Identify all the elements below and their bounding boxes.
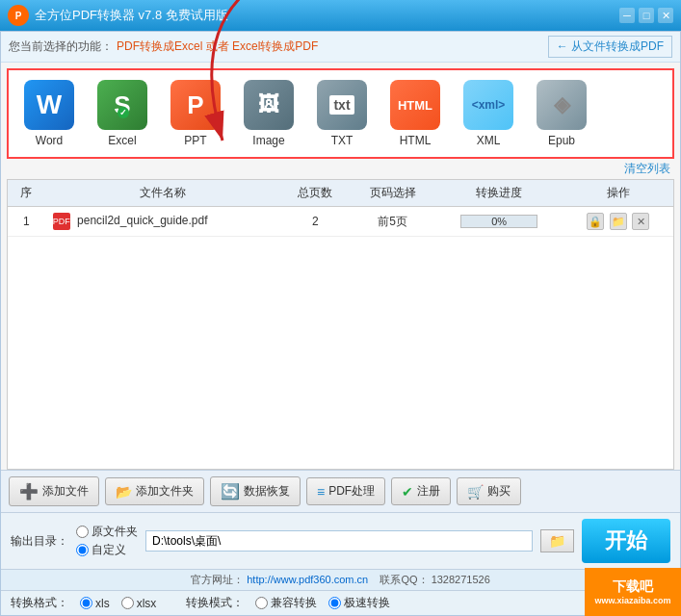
col-progress: 转换进度: [435, 180, 563, 207]
radio-custom-input[interactable]: [76, 544, 89, 556]
mode-compat-option[interactable]: 兼容转换: [255, 595, 317, 611]
col-seq: 序: [8, 180, 45, 207]
col-pagesel: 页码选择: [350, 180, 435, 207]
format-bar: 转换格式： xls xlsx 转换模式： 兼容转换 极速转换: [1, 590, 680, 615]
buy-icon: 🛒: [467, 484, 484, 500]
pdf-process-button[interactable]: ≡ PDF处理: [306, 477, 385, 505]
pdf-process-icon: ≡: [317, 484, 325, 500]
output-dir: 输出目录： 原文件夹 自定义 📁 开始: [1, 512, 680, 569]
row-progress: 0%: [435, 207, 563, 237]
col-actions: 操作: [563, 180, 673, 207]
bottom-info: 官方网址： http://www.pdf360.com.cn 联系QQ： 132…: [1, 569, 680, 590]
function-value: PDF转换成Excel 或者 Excel转换成PDF: [117, 38, 548, 55]
data-recovery-icon: 🔄: [221, 482, 240, 500]
add-file-button[interactable]: ➕ 添加文件: [9, 476, 99, 506]
add-folder-icon: 📂: [116, 484, 132, 500]
output-dir-label: 输出目录：: [11, 533, 68, 550]
ppt-tool-icon[interactable]: P PPT: [161, 76, 230, 151]
radio-original-folder[interactable]: 原文件夹: [76, 524, 138, 540]
image-icon: 🖼: [244, 80, 294, 130]
close-button[interactable]: ✕: [658, 8, 673, 23]
row-actions: 🔒 📁 ✕: [563, 207, 673, 237]
app-title: 全方位PDF转换器 v7.8 免费试用版: [35, 7, 619, 24]
xml-tool-icon[interactable]: <xml> XML: [454, 76, 523, 151]
register-icon: ✔: [402, 484, 413, 500]
txt-tool-icon[interactable]: txt TXT: [307, 76, 377, 151]
format-xlsx-option[interactable]: xlsx: [121, 597, 157, 610]
row-pages: 2: [280, 207, 350, 237]
output-path-input[interactable]: [145, 530, 533, 552]
maximize-button[interactable]: □: [639, 8, 654, 23]
qq-number: 1328271526: [432, 574, 490, 585]
watermark-line1: 下载吧: [594, 578, 670, 596]
title-bar: P 全方位PDF转换器 v7.8 免费试用版 ─ □ ✕: [0, 0, 681, 31]
minimize-button[interactable]: ─: [619, 8, 635, 23]
txt-label: TXT: [331, 134, 354, 147]
epub-tool-icon[interactable]: ◈ Epub: [527, 76, 596, 151]
epub-label: Epub: [548, 134, 575, 147]
col-pages: 总页数: [280, 180, 350, 207]
excel-label: Excel: [108, 134, 136, 147]
icon-toolbar: W Word S ✓ Excel P PPT: [7, 68, 674, 159]
image-label: Image: [252, 134, 284, 147]
excel-icon: S ✓: [97, 80, 147, 130]
lock-action-button[interactable]: 🔒: [587, 213, 604, 230]
ppt-icon: P: [170, 80, 221, 130]
xml-label: XML: [477, 134, 501, 147]
word-icon: W: [24, 80, 74, 130]
add-folder-button[interactable]: 📂 添加文件夹: [105, 477, 204, 505]
format-xls-option[interactable]: xls: [80, 597, 110, 610]
website-label: 官方网址：: [191, 574, 244, 585]
radio-custom[interactable]: 自定义: [76, 542, 138, 558]
clear-list-area: 清空列表: [1, 159, 680, 179]
qq-label: 联系QQ：: [380, 574, 428, 585]
window-controls: ─ □ ✕: [619, 8, 673, 23]
function-bar: 您当前选择的功能： PDF转换成Excel 或者 Excel转换成PDF ← 从…: [1, 32, 680, 63]
folder-action-button[interactable]: 📁: [610, 213, 627, 230]
row-filename: PDF pencil2d_quick_guide.pdf: [45, 207, 281, 237]
epub-icon: ◈: [537, 80, 587, 130]
website-link[interactable]: http://www.pdf360.com.cn: [247, 574, 368, 585]
add-file-icon: ➕: [19, 482, 39, 500]
row-seq: 1: [8, 207, 45, 237]
ppt-label: PPT: [184, 134, 206, 147]
word-label: Word: [36, 134, 63, 147]
col-filename: 文件名称: [45, 180, 281, 207]
format-xls-radio[interactable]: [80, 597, 92, 609]
row-pagesel: 前5页: [350, 207, 435, 237]
buy-button[interactable]: 🛒 购买: [457, 477, 521, 505]
from-file-button[interactable]: ← 从文件转换成PDF: [548, 36, 672, 58]
mode-fast-radio[interactable]: [328, 597, 341, 609]
progress-text: 0%: [491, 216, 507, 227]
start-button[interactable]: 开始: [582, 519, 670, 563]
output-radio-group: 原文件夹 自定义: [76, 524, 138, 558]
format-xlsx-radio[interactable]: [121, 597, 134, 609]
html-icon: HTML: [390, 80, 440, 130]
html-tool-icon[interactable]: HTML HTML: [380, 76, 450, 151]
file-table-container: 序 文件名称 总页数 页码选择 转换进度 操作 1 PDF pencil2d_q…: [7, 179, 674, 470]
mode-label: 转换模式：: [186, 595, 244, 611]
radio-original-folder-input[interactable]: [76, 526, 89, 538]
xml-icon: <xml>: [463, 80, 513, 130]
excel-tool-icon[interactable]: S ✓ Excel: [88, 76, 157, 151]
register-button[interactable]: ✔ 注册: [391, 477, 451, 505]
html-label: HTML: [400, 134, 432, 147]
app-icon: P: [8, 5, 29, 26]
image-tool-icon[interactable]: 🖼 Image: [234, 76, 303, 151]
function-label: 您当前选择的功能：: [9, 38, 113, 55]
table-row: 1 PDF pencil2d_quick_guide.pdf 2 前5页 0%: [8, 207, 673, 237]
txt-icon: txt: [317, 80, 367, 130]
mode-fast-option[interactable]: 极速转换: [328, 595, 390, 611]
delete-action-button[interactable]: ✕: [632, 213, 649, 230]
data-recovery-button[interactable]: 🔄 数据恢复: [210, 476, 301, 506]
format-label: 转换格式：: [11, 595, 68, 611]
main-window: 您当前选择的功能： PDF转换成Excel 或者 Excel转换成PDF ← 从…: [0, 31, 681, 616]
word-tool-icon[interactable]: W Word: [14, 76, 84, 151]
file-icon: PDF: [53, 213, 70, 230]
bottom-toolbar: ➕ 添加文件 📂 添加文件夹 🔄 数据恢复 ≡ PDF处理 ✔ 注册 🛒 购买: [1, 470, 680, 512]
progress-bar: 0%: [460, 215, 537, 228]
open-folder-button[interactable]: 📁: [540, 529, 574, 552]
clear-list-button[interactable]: 清空列表: [624, 162, 670, 175]
mode-compat-radio[interactable]: [255, 597, 268, 609]
file-table: 序 文件名称 总页数 页码选择 转换进度 操作 1 PDF pencil2d_q…: [8, 180, 673, 237]
